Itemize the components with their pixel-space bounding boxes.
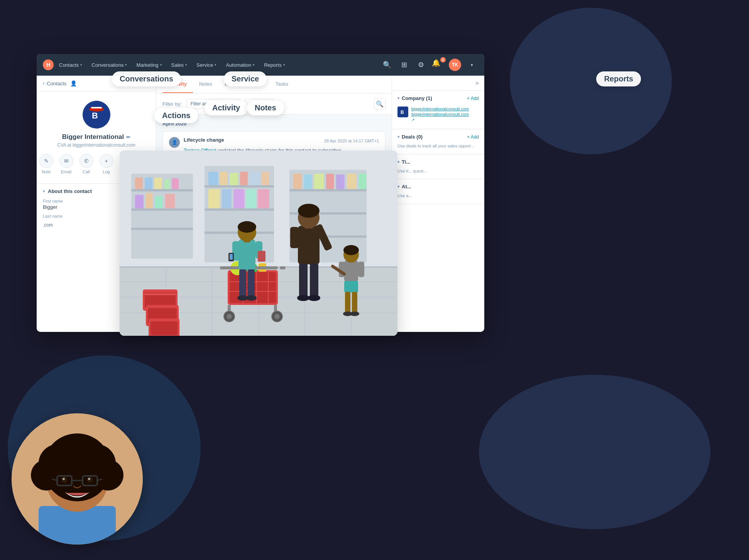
svg-rect-107 bbox=[345, 292, 350, 313]
svg-rect-13 bbox=[155, 196, 163, 208]
svg-rect-12 bbox=[146, 193, 153, 208]
user-avatar[interactable]: TK bbox=[449, 59, 461, 71]
contact-name: Bigger International ✏ bbox=[62, 133, 131, 141]
nav-icons-group: 🔍 ⊞ ⚙ 🔔 TK ▾ bbox=[381, 59, 478, 71]
svg-rect-9 bbox=[164, 179, 170, 189]
tab-tasks[interactable]: Tasks bbox=[269, 76, 294, 93]
conversations-chevron-icon: ▾ bbox=[125, 63, 127, 67]
svg-rect-26 bbox=[222, 189, 232, 208]
note-action[interactable]: ✎ Note bbox=[39, 154, 53, 174]
svg-point-75 bbox=[274, 314, 280, 319]
svg-point-88 bbox=[246, 295, 257, 301]
svg-rect-22 bbox=[240, 172, 248, 185]
svg-rect-8 bbox=[154, 178, 162, 189]
svg-rect-40 bbox=[359, 174, 367, 189]
svg-point-93 bbox=[298, 204, 320, 218]
svg-rect-76 bbox=[238, 239, 255, 270]
add-deal-btn[interactable]: + Add bbox=[467, 134, 479, 140]
external-link-icon: ↗ bbox=[411, 118, 414, 122]
log-action[interactable]: + Log bbox=[100, 154, 113, 174]
marketing-chevron-icon: ▾ bbox=[160, 63, 162, 67]
timeline-search-btn[interactable]: 🔍 bbox=[374, 98, 385, 110]
nav-automation[interactable]: Automation ▾ bbox=[222, 60, 259, 70]
svg-text:B: B bbox=[401, 110, 404, 115]
contacts-back-btn[interactable]: ‹ Contacts 👤 bbox=[43, 80, 77, 86]
email-icon: ✉ bbox=[59, 154, 73, 168]
svg-rect-17 bbox=[205, 208, 274, 211]
nav-contacts[interactable]: Contacts ▾ bbox=[55, 60, 86, 70]
float-service-label: Service bbox=[224, 71, 267, 86]
company-section-title[interactable]: ▾ Company (1) bbox=[397, 95, 432, 101]
tickets-collapse-icon: ▾ bbox=[397, 160, 399, 164]
service-chevron-icon: ▾ bbox=[215, 63, 216, 67]
svg-text:B: B bbox=[92, 111, 98, 120]
nav-conversations[interactable]: Conversations ▾ bbox=[88, 60, 131, 70]
svg-point-120 bbox=[93, 460, 123, 491]
activity-user-avatar: 👤 bbox=[169, 137, 180, 148]
settings-icon-btn[interactable]: ⚙ bbox=[415, 59, 427, 71]
svg-point-128 bbox=[63, 478, 65, 480]
svg-point-73 bbox=[227, 314, 232, 319]
nav-marketing[interactable]: Marketing ▾ bbox=[132, 60, 166, 70]
bg-blob-bottom-right bbox=[479, 375, 710, 529]
svg-rect-37 bbox=[326, 174, 334, 189]
attachments-section-header: ▾ At... bbox=[397, 184, 479, 189]
deals-section: ▾ Deals (0) + Add Use deals to track all… bbox=[392, 129, 484, 154]
svg-rect-85 bbox=[239, 269, 246, 296]
right-panel: » ▾ Company (1) + Add B bbox=[392, 76, 484, 332]
company-link-2[interactable]: biggerinternationalconsult.com bbox=[411, 112, 469, 117]
svg-rect-84 bbox=[258, 251, 265, 262]
tickets-section-title[interactable]: ▾ Ti... bbox=[397, 159, 410, 165]
deals-section-title[interactable]: ▾ Deals (0) bbox=[397, 134, 423, 140]
svg-rect-39 bbox=[347, 174, 357, 189]
nav-reports[interactable]: Reports ▾ bbox=[260, 60, 289, 70]
svg-rect-69 bbox=[280, 266, 286, 269]
svg-rect-5 bbox=[131, 228, 193, 230]
svg-rect-53 bbox=[145, 293, 176, 295]
svg-rect-35 bbox=[304, 174, 312, 189]
svg-rect-96 bbox=[299, 264, 308, 296]
svg-rect-23 bbox=[250, 172, 260, 185]
svg-rect-25 bbox=[208, 189, 220, 208]
company-section-header: ▾ Company (1) + Add bbox=[397, 95, 479, 101]
company-links: biggerinternationalconsult.com biggerint… bbox=[411, 107, 469, 122]
company-link-1[interactable]: biggerinternationalconsult.com bbox=[411, 107, 469, 111]
contact-title: CVA at biggerinternationalconsult.com bbox=[57, 142, 135, 148]
svg-point-79 bbox=[238, 221, 256, 233]
activity-title-row: Lifecycle change 28 Apr 2020 at 14:17 GM… bbox=[184, 137, 379, 144]
tickets-placeholder: Use ti... quest... bbox=[397, 168, 479, 174]
svg-point-98 bbox=[297, 295, 309, 301]
attachments-collapse-icon: ▾ bbox=[397, 184, 399, 189]
notifications-icon-btn[interactable]: 🔔 bbox=[432, 59, 444, 71]
log-icon: + bbox=[100, 154, 113, 168]
nav-sales[interactable]: Sales ▾ bbox=[167, 60, 191, 70]
tickets-section-header: ▾ Ti... bbox=[397, 159, 479, 165]
add-company-btn[interactable]: + Add bbox=[467, 96, 479, 101]
hubspot-logo[interactable]: H bbox=[43, 59, 54, 70]
attachments-section-title[interactable]: ▾ At... bbox=[397, 184, 411, 189]
svg-rect-19 bbox=[208, 172, 218, 185]
contact-type-icon: 👤 bbox=[70, 80, 77, 86]
expand-panel-btn[interactable]: » bbox=[392, 76, 484, 91]
email-action[interactable]: ✉ Email bbox=[59, 154, 73, 174]
svg-rect-24 bbox=[262, 172, 269, 185]
tab-bar: Activity Notes Emails Calls Tasks bbox=[156, 76, 392, 93]
tab-notes[interactable]: Notes bbox=[193, 76, 218, 93]
automation-chevron-icon: ▾ bbox=[253, 63, 255, 67]
svg-rect-108 bbox=[352, 292, 357, 313]
svg-point-110 bbox=[350, 311, 359, 316]
company-section: ▾ Company (1) + Add B biggerintern bbox=[392, 91, 484, 129]
account-chevron-icon[interactable]: ▾ bbox=[466, 59, 478, 71]
edit-name-icon[interactable]: ✏ bbox=[126, 134, 130, 140]
svg-rect-95 bbox=[290, 227, 299, 248]
timeline-date-group: April 2020 bbox=[162, 121, 385, 127]
svg-rect-29 bbox=[258, 189, 269, 208]
call-action[interactable]: ✆ Call bbox=[79, 154, 93, 174]
note-icon: ✎ bbox=[39, 154, 53, 168]
marketplace-icon-btn[interactable]: ⊞ bbox=[398, 59, 410, 71]
search-icon: 🔍 bbox=[376, 100, 384, 108]
float-activity-label: Activity bbox=[205, 100, 248, 115]
search-icon-btn[interactable]: 🔍 bbox=[381, 59, 393, 71]
svg-rect-57 bbox=[150, 321, 178, 335]
nav-service[interactable]: Service ▾ bbox=[193, 60, 220, 70]
